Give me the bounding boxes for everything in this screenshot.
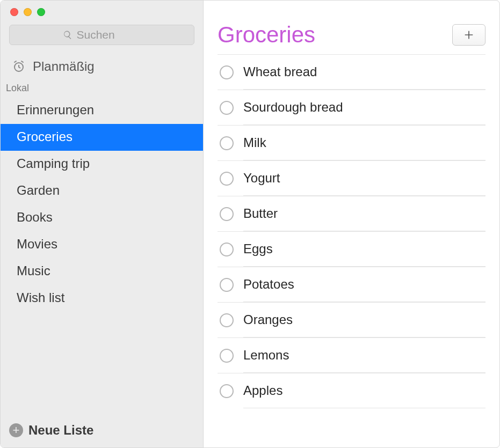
sidebar-list-label: Books (17, 210, 53, 224)
sidebar-list-item[interactable]: Garden (1, 178, 203, 204)
reminder-label: Oranges (243, 312, 293, 327)
reminder-row[interactable]: Butter (218, 196, 485, 231)
sidebar-list-label: Groceries (17, 129, 73, 144)
sidebar-list-label: Garden (17, 183, 60, 197)
sidebar-list-item[interactable]: Movies (1, 231, 203, 258)
plus-circle-icon: + (9, 423, 23, 437)
reminder-checkbox[interactable] (220, 207, 234, 221)
reminder-label: Butter (243, 206, 278, 221)
reminder-label-wrap: Milk (243, 126, 485, 160)
reminder-row[interactable]: Milk (218, 125, 485, 160)
reminder-row[interactable]: Potatoes (218, 267, 485, 302)
close-window-button[interactable] (10, 8, 18, 16)
reminder-row[interactable]: Yogurt (218, 160, 485, 196)
reminder-label-wrap: Butter (243, 196, 485, 231)
reminder-label-wrap: Yogurt (243, 161, 485, 196)
reminder-row[interactable]: Wheat bread (218, 54, 485, 90)
reminder-label: Wheat bread (243, 64, 317, 79)
add-list-button[interactable]: + Neue Liste (1, 415, 203, 447)
sidebar-list-item[interactable]: Groceries (1, 124, 203, 151)
reminder-label-wrap: Potatoes (243, 267, 485, 302)
reminder-checkbox[interactable] (220, 65, 234, 79)
search-field[interactable] (9, 25, 194, 45)
reminder-label-wrap: Wheat bread (243, 55, 485, 90)
sidebar-list-label: Camping trip (17, 156, 90, 171)
reminder-checkbox[interactable] (220, 313, 234, 327)
reminder-label: Potatoes (243, 277, 294, 292)
scheduled-row[interactable]: Planmäßig (1, 53, 203, 82)
scheduled-label: Planmäßig (33, 59, 95, 74)
sidebar-list-label: Movies (17, 237, 57, 251)
sidebar-list-label: Music (17, 263, 50, 278)
reminder-label-wrap: Oranges (243, 303, 485, 337)
reminder-label: Eggs (243, 241, 273, 256)
sidebar-lists: ErinnerungenGroceriesCamping tripGardenB… (1, 97, 203, 415)
zoom-window-button[interactable] (37, 8, 45, 16)
reminder-checkbox[interactable] (220, 172, 234, 186)
reminder-label-wrap: Sourdough bread (243, 90, 485, 125)
reminder-row[interactable]: Apples (218, 373, 485, 408)
sidebar: Planmäßig Lokal ErinnerungenGroceriesCam… (1, 1, 204, 447)
search-input[interactable] (77, 28, 141, 41)
reminder-checkbox[interactable] (220, 101, 234, 115)
sidebar-list-item[interactable]: Camping trip (1, 151, 203, 178)
reminder-label-wrap: Apples (243, 373, 485, 408)
sidebar-list-item[interactable]: Music (1, 258, 203, 285)
window-controls (1, 1, 203, 21)
clock-icon (12, 60, 25, 73)
search-icon (63, 30, 73, 40)
reminder-checkbox[interactable] (220, 136, 234, 150)
main-pane: Groceries Wheat breadSourdough breadMilk… (204, 1, 499, 447)
sidebar-list-label: Wish list (17, 290, 64, 305)
reminder-label-wrap: Lemons (243, 338, 485, 373)
list-title: Groceries (218, 22, 315, 48)
sidebar-list-item[interactable]: Books (1, 204, 203, 231)
minimize-window-button[interactable] (24, 8, 32, 16)
sidebar-list-item[interactable]: Erinnerungen (1, 97, 203, 124)
reminder-checkbox[interactable] (220, 243, 234, 256)
reminder-label: Sourdough bread (243, 100, 343, 115)
add-reminder-button[interactable] (452, 24, 485, 46)
reminder-checkbox[interactable] (220, 384, 234, 398)
sidebar-section-label: Lokal (1, 82, 203, 97)
reminder-row[interactable]: Lemons (218, 337, 485, 373)
reminder-row[interactable]: Oranges (218, 302, 485, 337)
reminder-label: Lemons (243, 348, 289, 363)
reminder-checkbox[interactable] (220, 349, 234, 363)
plus-icon (463, 30, 474, 40)
reminders-window: Planmäßig Lokal ErinnerungenGroceriesCam… (1, 1, 499, 447)
reminders-list: Wheat breadSourdough breadMilkYogurtButt… (218, 54, 485, 408)
sidebar-list-item[interactable]: Wish list (1, 285, 203, 312)
reminder-label: Apples (243, 383, 282, 398)
reminder-row[interactable]: Sourdough bread (218, 90, 485, 125)
sidebar-list-label: Erinnerungen (17, 102, 94, 117)
add-list-label: Neue Liste (28, 423, 93, 438)
main-header: Groceries (218, 22, 485, 54)
reminder-label-wrap: Eggs (243, 232, 485, 267)
reminder-checkbox[interactable] (220, 278, 234, 292)
reminder-label: Yogurt (243, 171, 280, 186)
reminder-row[interactable]: Eggs (218, 231, 485, 267)
reminder-label: Milk (243, 135, 266, 150)
